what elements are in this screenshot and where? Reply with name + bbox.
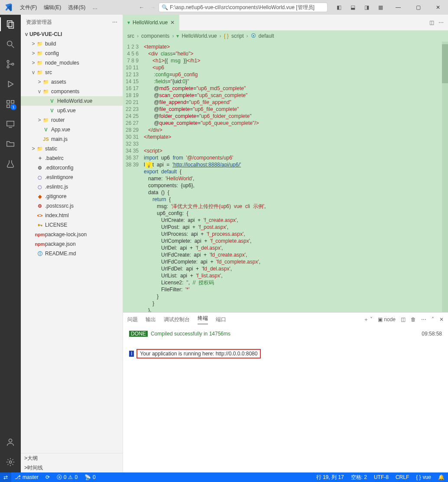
editor-group: ▾ HelloWorld.vue ✕ ◫ ⋯ src› components› … [123, 15, 448, 472]
tree-item[interactable]: v📁components [21, 87, 123, 96]
panel-more-icon[interactable]: ⋯ [421, 316, 426, 322]
new-terminal-icon[interactable]: ＋ ˅ [364, 316, 373, 323]
status-sync[interactable]: ⟳ [42, 474, 53, 480]
file-tree[interactable]: vUP6-VUE-CLI >📁build>📁config>📁node_modul… [21, 29, 123, 453]
command-center[interactable]: 🔍 F:\asp.net\up6-vue-cli\src\components\… [159, 3, 328, 12]
status-branch[interactable]: ⎇ master [11, 474, 42, 480]
terminal[interactable]: 09:58:58 DONE Compiled successfully in 1… [123, 326, 448, 472]
menu-file[interactable]: 文件(F) [16, 4, 40, 11]
tree-item[interactable]: ⚙.editorconfig [21, 163, 123, 173]
tree-item[interactable]: >📁assets [21, 77, 123, 87]
svg-point-14 [9, 439, 12, 442]
status-ports[interactable]: 📡 0 [81, 474, 99, 480]
split-terminal-icon[interactable]: ◫ [401, 316, 406, 322]
svg-rect-8 [7, 101, 10, 103]
tree-item[interactable]: ◌.eslintignore [21, 173, 123, 182]
tree-item[interactable]: v📁src [21, 68, 123, 77]
svg-rect-11 [11, 101, 14, 103]
activity-debug[interactable] [5, 79, 16, 89]
vscode-logo [0, 3, 16, 11]
tree-item[interactable]: ⚙.postcssrc.js [21, 201, 123, 211]
code-editor[interactable]: 1 2 3 4 5 6 7 8 9 10 11 12 13 14 15 16 1… [123, 42, 448, 312]
panel-tab-ports[interactable]: 端口 [216, 316, 226, 323]
split-editor-icon[interactable]: ◫ [429, 20, 434, 26]
tree-item[interactable]: >📁build [21, 39, 123, 49]
minimap[interactable] [442, 42, 448, 312]
terminal-app-url: Your application is running here: http:/… [136, 349, 261, 358]
terminal-shell-icon[interactable]: ▣ node [378, 316, 396, 322]
svg-point-15 [9, 461, 12, 463]
window-minimize[interactable]: — [388, 4, 408, 10]
extensions-badge: 1 [10, 104, 16, 110]
outline-section[interactable]: >大纲 [21, 453, 123, 463]
activity-scm[interactable] [5, 59, 16, 69]
activity-explorer[interactable] [5, 19, 16, 29]
status-encoding[interactable]: UTF-8 [370, 474, 392, 480]
tab-label: HelloWorld.vue [133, 20, 168, 26]
svg-point-5 [7, 66, 9, 68]
tree-item[interactable]: ◆.gitignore [21, 192, 123, 201]
breadcrumb[interactable]: src› components› ▾HelloWorld.vue› { }scr… [123, 30, 448, 42]
panel-tab-output[interactable]: 输出 [146, 316, 156, 323]
layout-sidebar-right-icon[interactable]: ◨ [361, 4, 372, 10]
tree-item[interactable]: >📁static [21, 144, 123, 153]
status-remote[interactable]: ⇄ [0, 472, 11, 482]
activity-remote[interactable] [5, 119, 16, 129]
svg-marker-7 [8, 81, 13, 87]
tree-item[interactable]: >📁config [21, 49, 123, 58]
tree-item[interactable]: ◌.eslintrc.js [21, 182, 123, 192]
editor-tab[interactable]: ▾ HelloWorld.vue ✕ [123, 15, 179, 30]
panel-maximize-icon[interactable]: ˄ [432, 316, 434, 322]
activity-account[interactable] [5, 437, 16, 447]
tree-item[interactable]: >📁router [21, 115, 123, 125]
panel-close-icon[interactable]: ✕ [439, 316, 444, 322]
tree-item[interactable]: VApp.vue [21, 125, 123, 134]
code-content[interactable]: <template> <div class="hello"> <h1>{{ ms… [142, 42, 442, 312]
tree-item[interactable]: VHelloWorld.vue [21, 96, 123, 106]
panel-tab-problems[interactable]: 问题 [127, 316, 138, 323]
command-center-text: F:\asp.net\up6-vue-cli\src\components\He… [170, 4, 315, 11]
tab-close-icon[interactable]: ✕ [170, 20, 175, 26]
explorer-title: 资源管理器 [26, 19, 52, 26]
status-language[interactable]: { } vue [412, 474, 435, 480]
panel-tab-terminal[interactable]: 终端 [198, 315, 208, 324]
activity-search[interactable] [5, 39, 16, 49]
tree-item[interactable]: ✦.babelrc [21, 153, 123, 163]
status-eol[interactable]: CRLF [392, 474, 412, 480]
tree-item[interactable]: npmpackage-lock.json [21, 230, 123, 239]
menu-edit[interactable]: 编辑(E) [40, 4, 65, 11]
svg-rect-1 [9, 22, 13, 28]
tree-item[interactable]: 🗝LICENSE [21, 220, 123, 230]
menu-select[interactable]: 选择(S) [65, 4, 89, 11]
explorer-more-icon[interactable]: ⋯ [112, 19, 117, 25]
status-problems[interactable]: ⓧ 0 ⚠ 0 [53, 474, 81, 481]
status-indent[interactable]: 空格: 2 [347, 474, 370, 481]
editor-more-icon[interactable]: ⋯ [438, 20, 444, 26]
layout-sidebar-left-icon[interactable]: ◧ [334, 4, 344, 10]
window-maximize[interactable]: ▢ [408, 4, 428, 10]
tree-item[interactable]: npmpackage.json [21, 239, 123, 249]
tree-item[interactable]: <>index.html [21, 211, 123, 220]
menu-more[interactable]: … [89, 4, 101, 10]
timeline-section[interactable]: >时间线 [21, 463, 123, 472]
tree-item[interactable]: JSmain.js [21, 134, 123, 144]
layout-panel-icon[interactable]: ⬓ [347, 4, 358, 10]
layout-customize-icon[interactable]: ▦ [375, 4, 386, 10]
tree-item[interactable]: ⓘREADME.md [21, 249, 123, 258]
nav-forward[interactable]: → [147, 4, 159, 10]
activity-extensions[interactable]: 1 [5, 99, 16, 109]
status-cursor[interactable]: 行 19, 列 17 [313, 474, 347, 481]
nav-back[interactable]: ← [136, 4, 147, 10]
tree-item[interactable]: >📁node_modules [21, 58, 123, 68]
activity-testing[interactable] [5, 159, 16, 169]
activity-settings[interactable] [5, 457, 16, 467]
kill-terminal-icon[interactable]: 🗑 [411, 316, 416, 322]
status-notifications[interactable]: 🔔 [435, 474, 448, 480]
svg-point-4 [7, 60, 9, 62]
window-close[interactable]: ✕ [428, 4, 448, 10]
tree-root[interactable]: vUP6-VUE-CLI [21, 29, 123, 39]
terminal-done-badge: DONE [129, 331, 148, 337]
activity-folder[interactable] [5, 139, 16, 149]
tree-item[interactable]: Vup6.vue [21, 106, 123, 115]
panel-tab-debug[interactable]: 调试控制台 [164, 316, 190, 323]
